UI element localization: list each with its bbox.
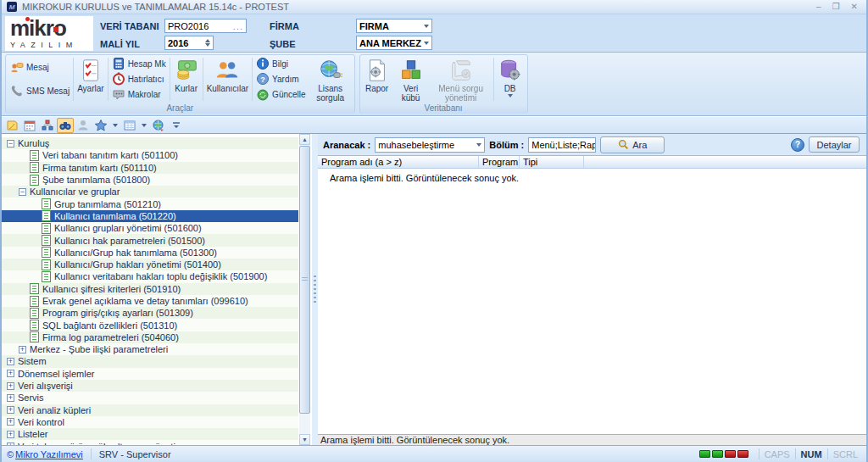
tree-item[interactable]: Şube tanımlama (501800)	[2, 174, 298, 186]
grid-icon[interactable]	[121, 118, 138, 133]
tree-item[interactable]: Kullanıcı hak parametreleri (501500)	[2, 234, 298, 246]
help-button[interactable]: ?	[791, 138, 804, 152]
app-icon[interactable]: M	[7, 2, 17, 12]
tree-item-label: Veri alışverişi	[18, 381, 73, 391]
tree-item[interactable]: Kullanıcılar ve gruplar	[2, 186, 298, 198]
makrolar-label: Makrolar	[128, 90, 161, 99]
globe-refresh-icon[interactable]	[150, 118, 167, 133]
veri-tabani-field[interactable]: PRO2016 ...	[164, 19, 247, 33]
mesaj-button[interactable]: Mesaj	[8, 60, 72, 75]
note-icon[interactable]	[3, 118, 20, 133]
db-button[interactable]: DB	[495, 56, 526, 103]
column-tipi[interactable]: Tipi	[520, 156, 584, 168]
panel-splitter[interactable]	[312, 134, 318, 445]
tree-expander-icon[interactable]	[19, 346, 26, 353]
tree-item-label: Kullanıcı/Grup hakları yönetimi (501400)	[54, 259, 221, 270]
guncelle-button[interactable]: Güncelle	[253, 87, 308, 102]
mali-yil-value: 2016	[168, 38, 188, 48]
tree-item[interactable]: Veri alışverişi	[2, 380, 298, 392]
column-program-adi[interactable]: Program adı (a > z)	[318, 156, 479, 168]
mali-yil-stepper[interactable]: 2016	[164, 36, 214, 50]
tree-item[interactable]: Kullanıcı/Grup hak tanımlama (501300)	[2, 247, 298, 259]
hesap-mk-button[interactable]: Hesap Mk	[109, 57, 169, 71]
tree-item[interactable]: Veri kontrol	[2, 416, 298, 428]
orgchart-icon[interactable]	[39, 118, 56, 133]
tree-item[interactable]: Evrak genel açıklama ve detay tanımları …	[2, 295, 298, 307]
minimize-button[interactable]: –	[816, 3, 821, 11]
tree-item[interactable]: Kullanıcı grupları yönetimi (501600)	[2, 222, 298, 234]
browse-ellipsis-icon[interactable]: ...	[233, 21, 243, 31]
tree-item[interactable]: Kullanıcı şifresi kriterleri (501910)	[2, 283, 298, 295]
veri-kubu-button[interactable]: Veri kübü	[392, 56, 430, 103]
close-button[interactable]: ✕	[851, 3, 858, 11]
menu-sorgu-button: Menü sorgu yönetimi	[430, 56, 492, 103]
kurlar-button[interactable]: Kurlar	[171, 56, 202, 103]
tree-item-label: Firma tanıtım kartı (501110)	[42, 163, 157, 173]
column-program-id[interactable]: Program ID	[479, 156, 520, 168]
tree-scrollbar[interactable]: ▲ ▼	[299, 134, 310, 445]
tree-item[interactable]: Firma tanıtım kartı (501110)	[2, 162, 298, 174]
sms-mesaj-button[interactable]: SMS Mesaj	[8, 84, 72, 98]
tree-item-label: Şube tanımlama (501800)	[42, 175, 150, 185]
tree-item[interactable]: Kuruluş	[2, 137, 298, 149]
tree-item-label: Veri analiz küpleri	[18, 405, 91, 415]
tree-expander-icon[interactable]	[7, 382, 14, 390]
tree-item-label: Kullanıcı grupları yönetimi (501600)	[54, 223, 202, 233]
kullanicilar-button[interactable]: Kullanıcılar	[204, 56, 251, 103]
bolum-select[interactable]: Menü;Liste;Rap	[528, 137, 596, 153]
makrolar-button[interactable]: Makrolar	[109, 87, 169, 102]
status-bar: © Mikro Yazılımevi SRV - Supervisor CAPS…	[2, 445, 866, 462]
tree-item[interactable]: Merkez - Şube ilişki parametreleri	[2, 343, 298, 355]
toolbar-overflow-icon[interactable]	[168, 118, 185, 133]
hatirlatici-button[interactable]: Hatırlatıcı	[109, 72, 169, 86]
spinner-icons[interactable]	[205, 39, 210, 47]
scroll-down-icon[interactable]: ▼	[299, 434, 310, 445]
tree-item[interactable]: Firma log parametreleri (504060)	[2, 331, 298, 343]
tree-expander-icon[interactable]	[7, 431, 14, 438]
tree-item[interactable]: Veri tabanı tanıtım kartı (501100)	[2, 149, 298, 161]
tree-item[interactable]: Listeler	[2, 428, 298, 440]
tree-item[interactable]: SQL bağlantı özellikleri (501310)	[2, 319, 298, 331]
tree-expander-icon[interactable]	[7, 406, 14, 414]
scroll-up-icon[interactable]: ▲	[299, 134, 310, 145]
ara-button[interactable]: Ara	[600, 136, 665, 153]
tree-expander-icon[interactable]	[7, 140, 14, 148]
firma-select[interactable]: FIRMA	[356, 19, 432, 33]
tree-expander-icon[interactable]	[19, 188, 26, 196]
tree-item[interactable]: Veri analiz küpleri	[2, 404, 298, 416]
rapor-button[interactable]: Rapor	[362, 56, 392, 103]
tree-item[interactable]: Servis	[2, 392, 298, 404]
chevron-down-icon[interactable]	[113, 124, 118, 127]
detaylar-button[interactable]: Detaylar	[809, 136, 860, 153]
bolum-label: Bölüm :	[489, 140, 524, 150]
ayarlar-button[interactable]: Ayarlar	[75, 56, 107, 103]
scrollbar-thumb[interactable]	[299, 146, 310, 414]
tree-expander-icon[interactable]	[7, 358, 14, 365]
tree-item[interactable]: Dönemsel işlemler	[2, 368, 298, 380]
yardim-button[interactable]: ? Yardım	[253, 72, 308, 86]
lisans-sorgula-button[interactable]: Lisans sorgula	[309, 56, 353, 103]
no-results-message: Arama işlemi bitti. Görüntülenecek sonuç…	[318, 169, 866, 183]
tree-expander-icon[interactable]	[7, 370, 14, 377]
tree-item[interactable]: Program giriş/çıkış ayarları (501309)	[2, 307, 298, 319]
search-input[interactable]: muhasebeleştirme	[375, 137, 485, 153]
tree-item[interactable]: Grup tanımlama (501210)	[2, 198, 298, 209]
bilgi-button[interactable]: Bilgi	[253, 57, 308, 71]
maximize-button[interactable]: ❐	[832, 3, 840, 11]
calendar-icon[interactable]	[21, 118, 38, 133]
sube-select[interactable]: ANA MERKEZ	[356, 36, 432, 50]
araclar-group-label: Araçlar	[6, 103, 354, 114]
binoculars-icon[interactable]	[57, 118, 74, 133]
tree-item[interactable]: Kullanıcı tanımlama (501220)	[2, 210, 298, 222]
tree-expander-icon[interactable]	[7, 418, 14, 426]
tree-item[interactable]: Kullanıcı/Grup hakları yönetimi (501400)	[2, 259, 298, 270]
window-title: MIKROKUR KURULUS ve TANIMLAMALAR 15.14c …	[22, 2, 289, 12]
user-session-label: SRV - Supervisor	[99, 449, 171, 459]
mikro-yazilimevi-link[interactable]: Mikro Yazılımevi	[15, 449, 83, 459]
tree-expander-icon[interactable]	[7, 394, 14, 402]
chevron-down-icon[interactable]	[142, 124, 147, 127]
tree-item[interactable]: Kullanıcı veritabanı hakları toplu değiş…	[2, 270, 298, 282]
tree-item[interactable]: Sistem	[2, 355, 298, 367]
star-icon[interactable]	[92, 118, 109, 133]
tree-item-label: Kullanıcı veritabanı hakları toplu değiş…	[54, 271, 267, 281]
